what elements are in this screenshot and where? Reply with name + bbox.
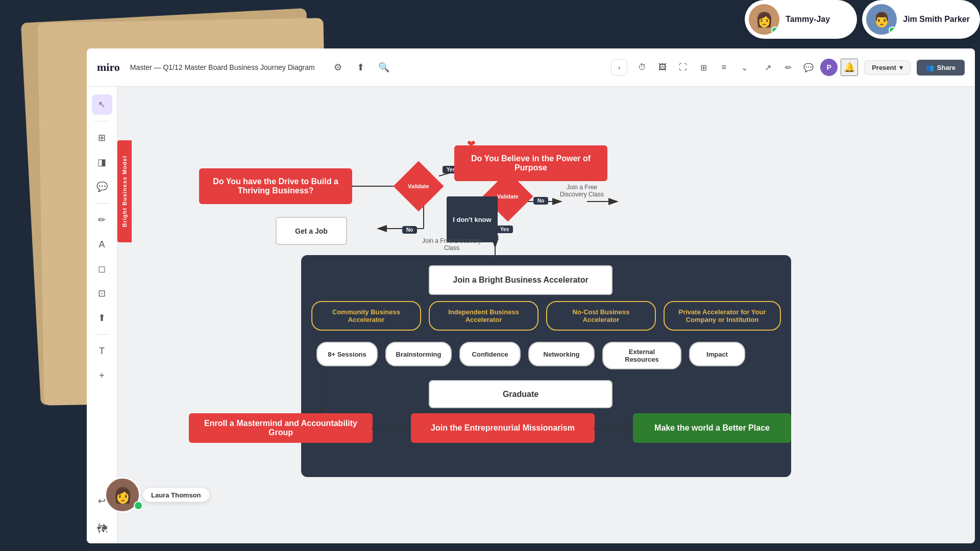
action-tools: ↗ ✏ 💬 P 🔔 [759,59,858,76]
crop-tool-btn[interactable]: ⊡ [92,283,112,304]
idk-diamond: I don't know [442,196,503,242]
join-discovery-1: Join a Free Discovery Class [554,184,610,198]
share-button[interactable]: 👥 Share [917,60,965,76]
user-avatar-image: 👩 [113,486,132,504]
private-acc-btn[interactable]: Private Accelerator for Your Company or … [664,301,781,331]
avatar-jim: 👨 [866,4,897,35]
toolbar-divider-3 [94,334,110,335]
user-name-tammy: Tammy-Jay [786,15,830,24]
reactions-tool[interactable]: 💬 [800,59,817,76]
flowchart-canvas: ❤ Do You have the Drive to Build a Thriv… [117,87,975,543]
sessions-text: 8+ Sessions [328,350,366,358]
join-accelerator-box: Join a Bright Business Accelerator [429,265,612,295]
upload-tool-btn[interactable]: ⬆ [92,308,112,328]
fullscreen-tool[interactable]: ⛶ [674,59,692,76]
nocost-acc-text: No-Cost Business Accelerator [557,308,645,323]
search-icon[interactable]: 🔍 [376,60,391,75]
canvas-tools: ⏱ 🖼 ⛶ ⊞ ≡ ⌄ [633,59,753,76]
side-tab[interactable]: Bright Business Model [117,140,132,242]
impact-btn[interactable]: Impact [689,342,745,366]
frames-tool-btn[interactable]: ⊞ [92,128,112,148]
brainstorming-btn[interactable]: Brainstorming [385,342,452,366]
pen-tool-btn[interactable]: ✏ [92,210,112,230]
drive-question-text: Do You have the Drive to Build a Thrivin… [204,177,347,195]
annotate-tool[interactable]: ✏ [779,59,797,76]
current-user-avatar: 👩 Laura Thomson [105,477,140,513]
present-chevron: ▾ [899,64,903,71]
comment-tool-btn[interactable]: 💬 [92,177,112,197]
select-tool[interactable]: ↗ [759,59,776,76]
toolbar-divider-2 [94,203,110,204]
user-cards-container: 👩 Tammy-Jay 👨 Jim Smith Parker [745,0,980,39]
user-name-jim: Jim Smith Parker [903,15,970,24]
settings-icon[interactable]: ⚙ [330,60,346,75]
sticky-tool-btn[interactable]: ◨ [92,152,112,172]
impact-text: Impact [706,350,728,358]
text-tool-btn[interactable]: T [92,341,112,361]
private-acc-text: Private Accelerator for Your Company or … [675,308,770,323]
nav-arrows: › [611,59,627,76]
timer-tool[interactable]: ⏱ [633,59,651,76]
image-tool[interactable]: 🖼 [654,59,671,76]
networking-text: Networking [544,350,580,358]
brainstorming-text: Brainstorming [396,350,442,358]
share-icon: 👥 [926,64,934,71]
enroll-btn[interactable]: Enroll a Mastermind and Accountability G… [189,413,373,443]
no-label-1: No [402,226,417,234]
get-a-job-text: Get a Job [295,227,328,235]
make-world-btn[interactable]: Make the world a Better Place [633,413,791,443]
table-tool[interactable]: ⊞ [695,59,712,76]
enroll-text: Enroll a Mastermind and Accountability G… [194,419,368,437]
notifications-bell[interactable]: 🔔 [841,59,858,76]
join-entrepreneurial-text: Join the Entreprenurial Missionarism [431,423,575,433]
nocost-acc-btn[interactable]: No-Cost Business Accelerator [546,301,656,331]
expand-tool[interactable]: ⌄ [736,59,753,76]
export-icon[interactable]: ⬆ [353,60,369,75]
online-indicator [771,27,778,34]
cursor-tool-btn[interactable]: ↖ [92,94,112,115]
user-card-tammy: 👩 Tammy-Jay [745,0,857,39]
yes-label-2: Yes [496,226,513,233]
style-tool-btn[interactable]: A [92,234,112,255]
idk-text: I don't know [453,216,491,223]
toolbar-divider-1 [94,121,110,121]
nav-prev-btn[interactable]: › [611,59,627,76]
user-initial-badge: P [820,59,838,76]
header-icons-group: ⚙ ⬆ 🔍 [330,60,391,75]
drive-question-box: Do You have the Drive to Build a Thrivin… [199,168,352,204]
miro-logo: miro [97,61,120,74]
join-accelerator-text: Join a Bright Business Accelerator [453,276,588,285]
independent-acc-text: Independent Business Accelerator [440,308,527,323]
external-resources-btn[interactable]: External Resources [602,342,681,369]
join-discovery-2: Join a Free Discovery Class [419,237,485,252]
user-card-jim: 👨 Jim Smith Parker [862,0,980,39]
independent-acc-btn[interactable]: Independent Business Accelerator [429,301,538,331]
confidence-btn[interactable]: Confidence [459,342,521,366]
join-entrepreneurial-btn[interactable]: Join the Entreprenurial Missionarism [411,413,595,443]
present-button[interactable]: Present ▾ [864,60,911,75]
user-name-label: Laura Thomson [143,488,209,502]
shape-tool-btn[interactable]: ◻ [92,259,112,279]
header-right-group: › ⏱ 🖼 ⛶ ⊞ ≡ ⌄ ↗ ✏ 💬 P 🔔 Present ▾ [611,59,965,76]
online-indicator-2 [889,27,896,34]
make-world-text: Make the world a Better Place [654,423,770,433]
present-label: Present [872,64,896,71]
networking-btn[interactable]: Networking [528,342,595,366]
purpose-question-text: Do You Believe in the Power of Purpose [459,154,602,172]
community-acc-btn[interactable]: Community Business Accelerator [311,301,421,331]
external-resources-text: External Resources [614,348,670,363]
side-tab-text: Bright Business Model [121,156,128,227]
map-icon[interactable]: 🗺 [97,524,107,536]
validate1-text: Validate [408,183,429,189]
share-label: Share [937,64,955,71]
left-toolbar: ↖ ⊞ ◨ 💬 ✏ A ◻ ⊡ ⬆ T + ↩ ↪ [87,87,117,543]
join-discovery-1-text: Join a Free Discovery Class [560,184,604,198]
avatar-tammy: 👩 [749,4,779,35]
list-tool[interactable]: ≡ [715,59,732,76]
header-bar: miro Master — Q1/12 Master Board Busines… [87,48,975,87]
user-online-status [134,501,143,510]
sessions-btn[interactable]: 8+ Sessions [316,342,378,366]
add-tool-btn[interactable]: + [92,365,112,386]
graduate-box: Graduate [429,380,612,408]
no-label-2: No [533,197,548,205]
